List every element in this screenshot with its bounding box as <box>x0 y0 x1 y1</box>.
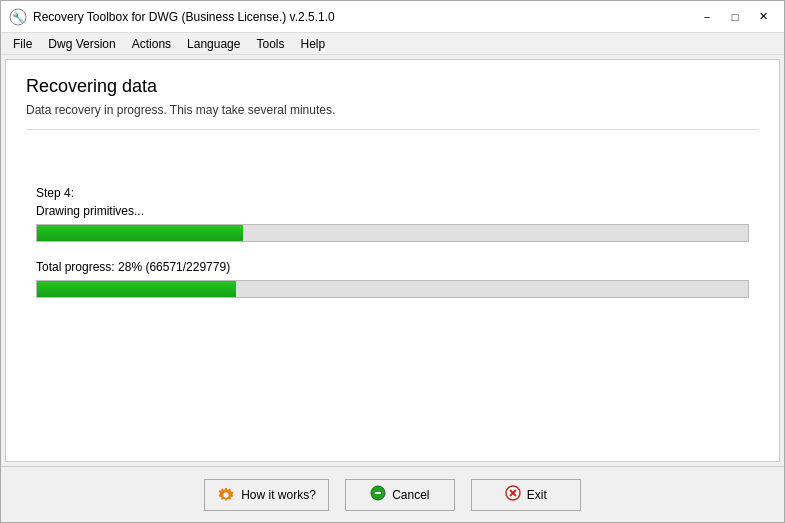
exit-icon <box>505 485 521 504</box>
menu-item-dwg-version[interactable]: Dwg Version <box>40 35 123 53</box>
total-progress-bar-container <box>36 280 749 298</box>
cancel-label: Cancel <box>392 488 429 502</box>
menu-item-file[interactable]: File <box>5 35 40 53</box>
content-area: Recovering data Data recovery in progres… <box>5 59 780 462</box>
app-window: 🔧 Recovery Toolbox for DWG (Business Lic… <box>0 0 785 523</box>
menu-item-language[interactable]: Language <box>179 35 248 53</box>
step-progress-bar-container <box>36 224 749 242</box>
window-title: Recovery Toolbox for DWG (Business Licen… <box>33 10 694 24</box>
how-it-works-button[interactable]: How it works? <box>204 479 329 511</box>
step-description: Drawing primitives... <box>36 204 749 218</box>
step-progress-bar-fill <box>37 225 243 241</box>
cancel-icon <box>370 485 386 505</box>
progress-section: Step 4: Drawing primitives... Total prog… <box>26 186 759 316</box>
exit-label: Exit <box>527 488 547 502</box>
step-label: Step 4: <box>36 186 749 200</box>
exit-button[interactable]: Exit <box>471 479 581 511</box>
window-controls: − □ ✕ <box>694 7 776 27</box>
how-it-works-label: How it works? <box>241 488 316 502</box>
cancel-button[interactable]: Cancel <box>345 479 455 511</box>
total-progress-bar-fill <box>37 281 236 297</box>
page-subtitle: Data recovery in progress. This may take… <box>26 103 759 130</box>
app-icon: 🔧 <box>9 8 27 26</box>
svg-text:🔧: 🔧 <box>12 11 25 24</box>
gear-icon <box>217 486 235 504</box>
menu-item-tools[interactable]: Tools <box>248 35 292 53</box>
menu-bar: File Dwg Version Actions Language Tools … <box>1 33 784 55</box>
minimize-button[interactable]: − <box>694 7 720 27</box>
maximize-button[interactable]: □ <box>722 7 748 27</box>
page-title: Recovering data <box>26 76 759 97</box>
close-button[interactable]: ✕ <box>750 7 776 27</box>
total-progress-label: Total progress: 28% (66571/229779) <box>36 260 749 274</box>
title-bar: 🔧 Recovery Toolbox for DWG (Business Lic… <box>1 1 784 33</box>
menu-item-help[interactable]: Help <box>292 35 333 53</box>
menu-item-actions[interactable]: Actions <box>124 35 179 53</box>
footer: How it works? Cancel Exit <box>1 466 784 522</box>
